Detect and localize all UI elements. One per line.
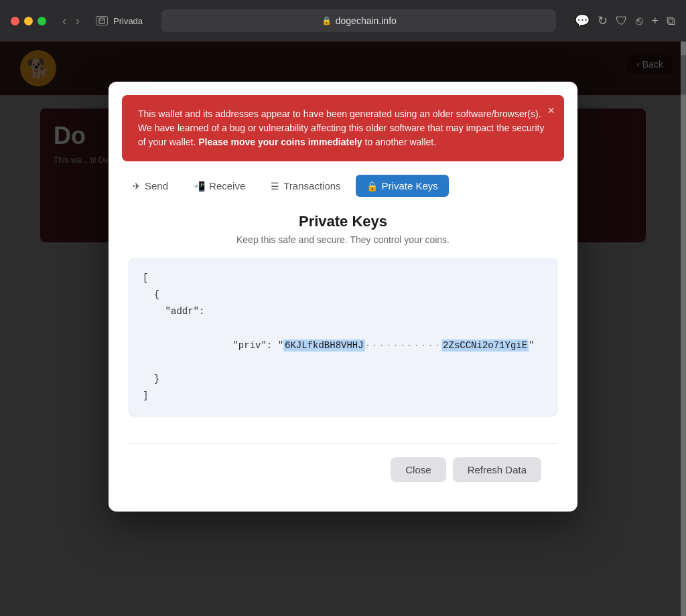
browser-action-icons: 💬 ↻ 🛡 ⎋ + ⧉ xyxy=(575,13,675,28)
json-open-bracket: [ xyxy=(143,270,543,287)
priv-quote-close: " xyxy=(529,340,534,351)
private-keys-modal: This wallet and its addresses appear to … xyxy=(109,82,577,512)
json-addr-line: "addr": xyxy=(143,303,543,320)
traffic-lights xyxy=(11,17,46,25)
tabs-icon[interactable]: ⧉ xyxy=(667,14,675,28)
priv-key-end[interactable]: 2ZsCCNi2o71YgiE xyxy=(441,339,529,352)
tab-send-label: Send xyxy=(145,180,168,191)
tab-receive[interactable]: 📲 Receive xyxy=(183,175,256,197)
tab-private-keys-label: Private Keys xyxy=(382,180,438,191)
page-background: 🐕 Do This wa... til December 31st, 20...… xyxy=(0,42,686,616)
priv-key-dots: ··········· xyxy=(365,340,441,351)
tab-title: Privada xyxy=(113,16,143,26)
security-warning-banner: This wallet and its addresses appear to … xyxy=(122,95,564,161)
tab-transactions[interactable]: ☰ Transactions xyxy=(260,175,351,197)
new-tab-icon[interactable]: + xyxy=(651,14,659,28)
shield-icon[interactable]: 🛡 xyxy=(616,14,628,28)
priv-label: "priv": " xyxy=(210,340,283,351)
translate-icon[interactable]: 💬 xyxy=(575,13,590,28)
receive-icon: 📲 xyxy=(194,181,205,191)
modal-overlay: This wallet and its addresses appear to … xyxy=(0,42,686,616)
private-keys-icon: 🔒 xyxy=(366,181,378,191)
modal-footer: Close Refresh Data xyxy=(129,443,557,495)
ssl-lock-icon: 🔒 xyxy=(322,16,332,25)
tab-send[interactable]: ✈ Send xyxy=(122,175,179,197)
close-button[interactable] xyxy=(11,17,19,25)
json-priv-line: "priv": "6KJLfkdBH8VHHJ···········2ZsCCN… xyxy=(143,321,543,372)
json-close-bracket: ] xyxy=(143,388,543,404)
transactions-icon: ☰ xyxy=(271,181,279,191)
section-subtitle: Keep this safe and secure. They control … xyxy=(129,234,557,245)
warning-close-button[interactable]: × xyxy=(547,102,555,120)
tab-transactions-label: Transactions xyxy=(283,180,340,191)
section-title: Private Keys xyxy=(129,213,557,230)
warning-text-bold: Please move your coins immediately xyxy=(198,137,362,147)
share-icon[interactable]: ⎋ xyxy=(636,14,643,28)
refresh-data-button[interactable]: Refresh Data xyxy=(453,457,541,482)
browser-chrome: ‹ › Privada 🔒 dogechain.info 💬 ↻ 🛡 ⎋ + ⧉ xyxy=(0,0,686,42)
tab-page-icon xyxy=(96,16,108,25)
back-nav-button[interactable]: ‹ xyxy=(60,13,69,29)
priv-key-start[interactable]: 6KJLfkdBH8VHHJ xyxy=(283,339,365,352)
warning-text-part2: to another wallet. xyxy=(362,137,437,147)
maximize-button[interactable] xyxy=(38,17,46,25)
close-button[interactable]: Close xyxy=(391,457,445,482)
address-bar[interactable]: 🔒 dogechain.info xyxy=(161,9,556,32)
tab-receive-label: Receive xyxy=(209,180,245,191)
minimize-button[interactable] xyxy=(24,17,33,25)
send-icon: ✈ xyxy=(133,181,141,191)
browser-tab[interactable]: Privada xyxy=(96,16,143,26)
private-keys-display: [ { "addr": "priv": "6KJLfkdBH8VHHJ·····… xyxy=(129,258,557,416)
browser-navigation: ‹ › xyxy=(60,13,82,29)
tab-private-keys[interactable]: 🔒 Private Keys xyxy=(356,175,449,197)
svg-rect-0 xyxy=(99,18,105,23)
json-close-brace: } xyxy=(143,371,543,388)
modal-tab-bar: ✈ Send 📲 Receive ☰ Transactions 🔒 Privat… xyxy=(109,161,577,197)
url-text: dogechain.info xyxy=(336,15,397,26)
forward-nav-button[interactable]: › xyxy=(73,13,82,29)
modal-body: Private Keys Keep this safe and secure. … xyxy=(109,197,577,512)
json-open-brace: { xyxy=(143,287,543,303)
refresh-icon[interactable]: ↻ xyxy=(598,13,608,28)
